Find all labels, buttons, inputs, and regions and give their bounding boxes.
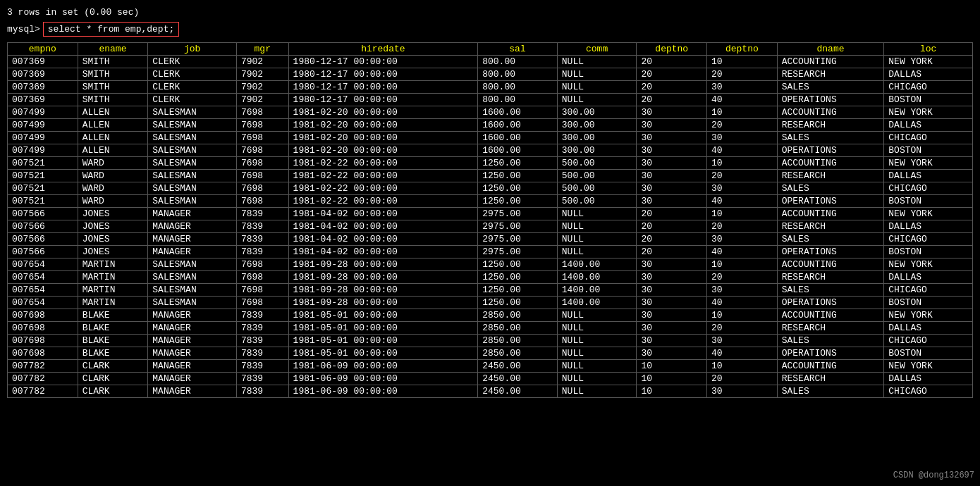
table-cell: 30	[707, 132, 778, 144]
table-cell: 1981-06-09 00:00:00	[288, 385, 478, 398]
table-cell: 1981-02-22 00:00:00	[288, 157, 478, 170]
table-cell: 1981-05-01 00:00:00	[288, 347, 478, 360]
table-row: 007654 MARTIN SALESMAN 7698 1981-09-28 0…	[8, 271, 973, 284]
table-cell: 007499	[8, 119, 78, 132]
table-cell: 10	[707, 360, 778, 373]
table-cell: 20	[637, 246, 707, 258]
table-cell: 1981-09-28 00:00:00	[288, 297, 478, 309]
table-cell: 10	[707, 208, 778, 220]
table-cell: 007499	[8, 144, 78, 157]
table-cell: CLARK	[78, 360, 148, 373]
table-cell: 7698	[236, 119, 288, 132]
table-cell: 1600.00	[478, 119, 558, 132]
table-cell: 1981-06-09 00:00:00	[288, 373, 478, 385]
table-cell: ACCOUNTING	[777, 56, 884, 68]
table-cell: 007698	[8, 335, 78, 347]
table-row: 007654 MARTIN SALESMAN 7698 1981-09-28 0…	[8, 258, 973, 271]
table-cell: 1981-04-02 00:00:00	[288, 220, 478, 233]
table-cell: SALESMAN	[148, 119, 237, 132]
table-cell: NULL	[557, 246, 637, 258]
table-cell: RESEARCH	[777, 68, 884, 81]
table-cell: NEW YORK	[884, 258, 973, 271]
table-cell: 800.00	[478, 81, 558, 94]
table-cell: MANAGER	[148, 385, 237, 398]
table-cell: SALES	[777, 81, 884, 94]
table-cell: 1981-05-01 00:00:00	[288, 309, 478, 322]
table-cell: NULL	[557, 208, 637, 220]
table-cell: 500.00	[557, 157, 637, 170]
table-row: 007369 SMITH CLERK 7902 1980-12-17 00:00…	[8, 56, 973, 68]
table-row: 007698 BLAKE MANAGER 7839 1981-05-01 00:…	[8, 347, 973, 360]
table-cell: SALES	[777, 132, 884, 144]
table-cell: 800.00	[478, 56, 558, 68]
table-cell: SMITH	[78, 56, 148, 68]
table-cell: 007499	[8, 106, 78, 119]
table-cell: MANAGER	[148, 246, 237, 258]
table-cell: 20	[637, 208, 707, 220]
table-cell: 7698	[236, 297, 288, 309]
table-cell: ALLEN	[78, 144, 148, 157]
table-cell: MARTIN	[78, 271, 148, 284]
table-cell: 30	[637, 170, 707, 182]
col-mgr: mgr	[236, 43, 288, 56]
table-cell: DALLAS	[884, 119, 973, 132]
table-cell: 30	[707, 284, 778, 297]
table-cell: 2975.00	[478, 233, 558, 246]
table-row: 007698 BLAKE MANAGER 7839 1981-05-01 00:…	[8, 335, 973, 347]
table-cell: CHICAGO	[884, 385, 973, 398]
table-cell: MANAGER	[148, 335, 237, 347]
table-cell: RESEARCH	[777, 170, 884, 182]
table-cell: SALESMAN	[148, 284, 237, 297]
table-cell: NULL	[557, 81, 637, 94]
col-loc: loc	[884, 43, 973, 56]
table-row: 007566 JONES MANAGER 7839 1981-04-02 00:…	[8, 246, 973, 258]
table-cell: 300.00	[557, 132, 637, 144]
table-cell: 1250.00	[478, 258, 558, 271]
table-cell: ALLEN	[78, 106, 148, 119]
table-cell: 1981-09-28 00:00:00	[288, 271, 478, 284]
table-cell: 007369	[8, 81, 78, 94]
table-cell: 1250.00	[478, 182, 558, 195]
table-cell: 20	[707, 170, 778, 182]
table-row: 007499 ALLEN SALESMAN 7698 1981-02-20 00…	[8, 119, 973, 132]
table-cell: 1250.00	[478, 157, 558, 170]
table-cell: 1400.00	[557, 284, 637, 297]
table-cell: 7839	[236, 335, 288, 347]
table-cell: RESEARCH	[777, 220, 884, 233]
table-cell: DALLAS	[884, 170, 973, 182]
table-cell: SALESMAN	[148, 144, 237, 157]
table-cell: 40	[707, 246, 778, 258]
table-cell: SALES	[777, 385, 884, 398]
table-cell: SALESMAN	[148, 297, 237, 309]
table-cell: NULL	[557, 68, 637, 81]
table-cell: JONES	[78, 246, 148, 258]
table-cell: 007369	[8, 94, 78, 106]
table-cell: SALESMAN	[148, 132, 237, 144]
table-cell: BOSTON	[884, 297, 973, 309]
table-row: 007566 JONES MANAGER 7839 1981-04-02 00:…	[8, 208, 973, 220]
table-cell: OPERATIONS	[777, 94, 884, 106]
col-comm: comm	[557, 43, 637, 56]
table-cell: 7902	[236, 56, 288, 68]
table-cell: ACCOUNTING	[777, 106, 884, 119]
table-cell: NULL	[557, 385, 637, 398]
col-dname: dname	[777, 43, 884, 56]
table-cell: 7698	[236, 195, 288, 208]
table-cell: 1981-04-02 00:00:00	[288, 208, 478, 220]
table-cell: JONES	[78, 233, 148, 246]
table-cell: 2850.00	[478, 335, 558, 347]
col-deptno1: deptno	[637, 43, 707, 56]
table-cell: 30	[707, 233, 778, 246]
table-cell: ALLEN	[78, 119, 148, 132]
table-cell: 500.00	[557, 182, 637, 195]
table-cell: 20	[707, 68, 778, 81]
result-table: empno ename job mgr hiredate sal comm de…	[7, 42, 973, 398]
table-cell: 500.00	[557, 195, 637, 208]
col-sal: sal	[478, 43, 558, 56]
table-cell: NULL	[557, 220, 637, 233]
table-cell: 007521	[8, 182, 78, 195]
table-cell: 10	[637, 360, 707, 373]
table-cell: ACCOUNTING	[777, 258, 884, 271]
table-cell: 1250.00	[478, 271, 558, 284]
table-cell: 2450.00	[478, 373, 558, 385]
